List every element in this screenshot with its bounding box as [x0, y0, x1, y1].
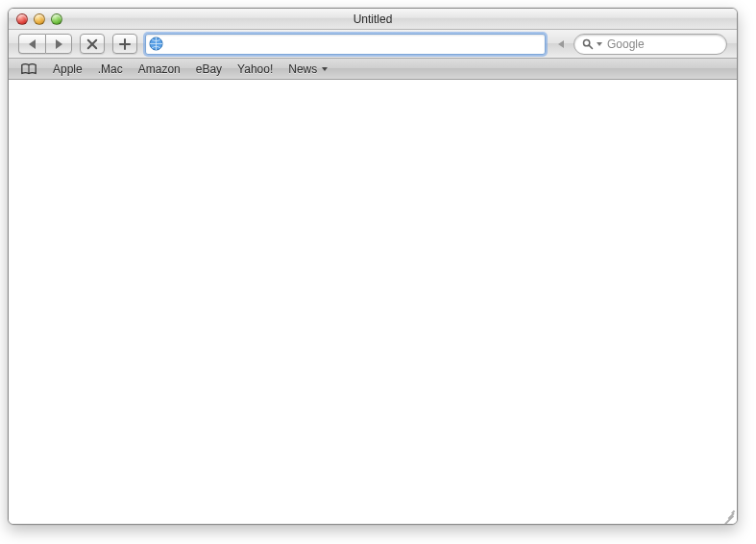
address-bar[interactable] [145, 34, 546, 55]
show-all-bookmarks-button[interactable] [20, 62, 37, 76]
zoom-window-button[interactable] [51, 13, 62, 25]
bookmark-label: Yahoo! [237, 62, 273, 76]
titlebar[interactable]: Untitled [9, 9, 737, 30]
forward-button[interactable] [45, 34, 72, 54]
browser-window: Untitled [8, 8, 738, 525]
minimize-window-button[interactable] [34, 13, 45, 25]
plus-icon [119, 38, 131, 50]
stop-icon [86, 38, 98, 50]
close-window-button[interactable] [16, 13, 28, 25]
bookmark-label: .Mac [98, 62, 123, 76]
bookmark-label: eBay [196, 62, 222, 76]
forward-arrow-icon [56, 39, 62, 49]
bookmark-item-dotmac[interactable]: .Mac [98, 62, 123, 76]
add-bookmark-button[interactable] [112, 34, 137, 54]
bookmark-folder-news[interactable]: News [288, 62, 328, 76]
search-input[interactable] [607, 37, 738, 51]
search-field[interactable] [573, 34, 727, 55]
stop-reload-button[interactable] [80, 34, 105, 54]
bookmark-label: Apple [53, 62, 83, 76]
window-title: Untitled [9, 12, 737, 26]
globe-icon [149, 37, 163, 51]
svg-line-2 [589, 45, 592, 48]
book-icon [20, 62, 37, 76]
search-menu-caret-icon[interactable] [597, 42, 602, 46]
toolbar [9, 30, 737, 59]
bookmark-item-ebay[interactable]: eBay [196, 62, 222, 76]
bookmark-label: News [288, 62, 317, 76]
chevron-down-icon [322, 67, 328, 71]
back-arrow-icon [29, 39, 36, 49]
address-input[interactable] [167, 36, 542, 53]
bookmark-item-yahoo[interactable]: Yahoo! [237, 62, 273, 76]
bookmarks-bar: Apple .Mac Amazon eBay Yahoo! News [9, 59, 737, 80]
snapback-icon[interactable] [556, 40, 564, 48]
bookmark-item-apple[interactable]: Apple [53, 62, 83, 76]
bookmark-label: Amazon [138, 62, 181, 76]
page-content [9, 80, 737, 524]
search-icon [582, 38, 594, 50]
nav-segment [18, 34, 72, 54]
back-button[interactable] [18, 34, 45, 54]
window-controls [9, 13, 62, 25]
bookmark-item-amazon[interactable]: Amazon [138, 62, 181, 76]
resize-handle[interactable] [721, 508, 735, 522]
